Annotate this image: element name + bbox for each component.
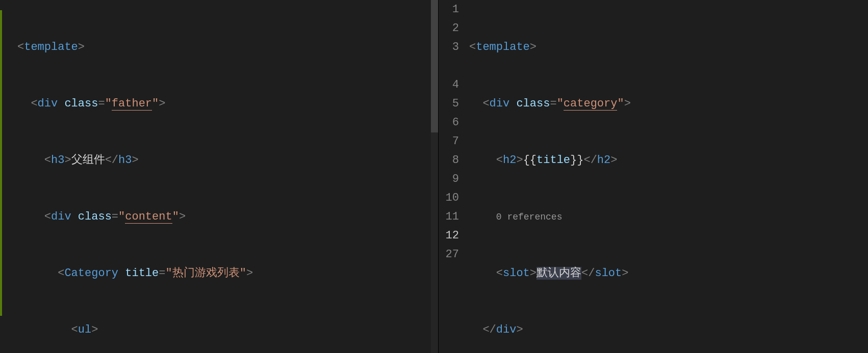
line-number: 7 [439,132,459,151]
line-number: 9 [439,170,459,188]
codelens-line[interactable]: 0 references [469,207,868,226]
code-line[interactable]: <template> [469,38,868,57]
line-number: 8 [439,151,459,170]
line-number: 4 [439,75,459,94]
line-number: 3 [439,38,459,57]
references-codelens[interactable]: 0 references [496,212,563,222]
line-number: 27 [439,245,459,264]
code-line[interactable]: <ul> [17,320,438,339]
editor-left[interactable]: <template> <div class="father"> <h3>父组件<… [0,0,438,353]
editor-right[interactable]: 1 2 3 4 5 6 7 8 9 10 11 12 27 <template>… [439,0,868,353]
code-line[interactable]: <div class="category"> [469,94,868,113]
editor-pane-right: src › pages › 09_slot › V Category.vue ›… [439,0,868,353]
code-line[interactable]: <div class="content"> [17,207,438,226]
line-number: 5 [439,94,459,113]
code-area-left[interactable]: <template> <div class="father"> <h3>父组件<… [0,0,438,353]
line-number: 6 [439,113,459,132]
code-area-right[interactable]: <template> <div class="category"> <h2>{{… [469,0,868,353]
minimap-left[interactable] [431,0,438,353]
editor-pane-left: ges › 09_slot › V Father.vue › {} templa… [0,0,439,353]
line-number: 10 [439,188,459,207]
line-number: 2 [439,19,459,38]
code-line[interactable]: <h3>父组件</h3> [17,151,438,170]
minimap-slider[interactable] [431,0,438,132]
code-line[interactable]: <Category title="热门游戏列表"> [17,264,438,283]
code-line[interactable]: <template> [17,38,438,57]
code-line[interactable]: </div> [469,320,868,339]
code-line[interactable]: <div class="father"> [17,94,438,113]
line-number [439,57,459,75]
line-number: 11 [439,207,459,226]
line-gutter-right: 1 2 3 4 5 6 7 8 9 10 11 12 27 [439,0,469,353]
line-number: 12 [439,226,459,245]
workspace: ges › 09_slot › V Father.vue › {} templa… [0,0,868,353]
line-number: 1 [439,0,459,19]
code-line[interactable]: <h2>{{title}}</h2> [469,151,868,170]
code-line[interactable]: <slot>默认内容</slot> [469,264,868,283]
